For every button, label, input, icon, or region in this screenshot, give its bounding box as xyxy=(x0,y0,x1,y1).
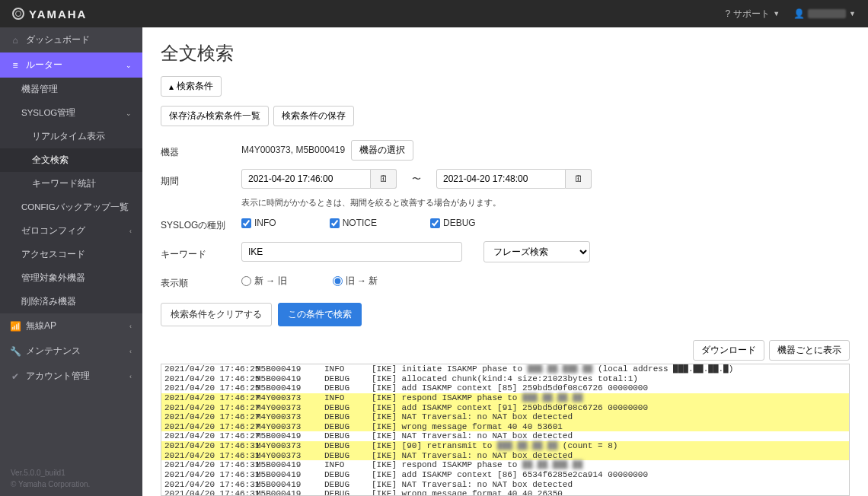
wrench-icon: 🔧 xyxy=(11,346,20,357)
chevron-left-icon: ‹ xyxy=(129,348,132,355)
chevron-left-icon: ‹ xyxy=(129,373,132,380)
sidebar-item-label: アカウント管理 xyxy=(26,370,90,383)
wifi-icon: 📶 xyxy=(11,321,20,332)
sidebar-item-maintenance[interactable]: 🔧 メンテナンス ‹ xyxy=(0,339,142,364)
log-row: 2021/04/20 17:46:31M5B000419DEBUG[IKE] a… xyxy=(161,470,849,480)
sidebar-item-router[interactable]: ≡ ルーター ⌄ xyxy=(0,52,142,78)
log-row: 2021/04/20 17:46:25M5B000419DEBUG[IKE] a… xyxy=(161,374,849,384)
sidebar-item-out-of-mgmt[interactable]: 管理対象外機器 xyxy=(0,266,142,290)
page-title: 全文検索 xyxy=(161,41,850,65)
radio-new-old-label: 新 → 旧 xyxy=(254,275,287,288)
period-from-input[interactable] xyxy=(241,169,371,189)
log-row: 2021/04/20 17:46:31M4Y000373DEBUG[IKE] N… xyxy=(161,451,849,461)
keyword-input[interactable] xyxy=(241,242,462,262)
sidebar-item-keyword-stats[interactable]: キーワード統計 xyxy=(0,172,142,196)
router-icon: ≡ xyxy=(11,60,20,71)
sidebar-item-label: SYSLOG管理 xyxy=(21,107,75,119)
sidebar-item-label: キーワード統計 xyxy=(32,178,96,189)
sidebar-item-deleted[interactable]: 削除済み機器 xyxy=(0,290,142,313)
search-button[interactable]: この条件で検索 xyxy=(278,303,362,326)
brand-text: YAMAHA xyxy=(29,8,87,21)
per-device-button[interactable]: 機器ごとに表示 xyxy=(769,340,850,361)
period-note: 表示に時間がかかるときは、期間を絞ると改善する場合があります。 xyxy=(241,197,501,208)
device-select-button[interactable]: 機器の選択 xyxy=(351,140,413,161)
radio-old-new-input[interactable] xyxy=(333,276,343,286)
sidebar-item-device-mgmt[interactable]: 機器管理 xyxy=(0,78,142,101)
sidebar-item-label: 削除済み機器 xyxy=(21,296,76,307)
sidebar-item-label: ダッシュボード xyxy=(26,33,90,46)
checkbox-notice-input[interactable] xyxy=(330,218,340,228)
sidebar-item-config-backup[interactable]: CONFIGバックアップ一覧 xyxy=(0,196,142,219)
sidebar-item-label: アクセスコード xyxy=(21,249,85,260)
sidebar-item-access-code[interactable]: アクセスコード xyxy=(0,243,142,266)
radio-new-old[interactable]: 新 → 旧 xyxy=(241,275,287,288)
calendar-to-button[interactable]: 🗓 xyxy=(566,169,592,189)
log-row: 2021/04/20 17:46:31M5B000419DEBUG[IKE] N… xyxy=(161,480,849,490)
radio-old-new-label: 旧 → 新 xyxy=(346,275,378,288)
checkbox-notice-label: NOTICE xyxy=(343,218,377,228)
chevron-down-icon: ⌄ xyxy=(126,62,132,69)
period-to-input[interactable] xyxy=(436,169,566,189)
label-keyword: キーワード xyxy=(161,243,241,261)
checkbox-debug-input[interactable] xyxy=(430,218,440,228)
topbar: YAMAHA ? サポート ▼ 👤 ▼ xyxy=(0,0,868,27)
saved-list-button[interactable]: 保存済み検索条件一覧 xyxy=(161,106,269,126)
log-row: 2021/04/20 17:46:31M5B000419INFO[IKE] re… xyxy=(161,460,849,470)
support-menu[interactable]: ? サポート ▼ xyxy=(725,8,780,21)
sidebar-footer: Ver.5.0.0_build1 © Yamaha Corporation. xyxy=(0,461,142,496)
chevron-left-icon: ‹ xyxy=(129,323,132,330)
search-mode-select[interactable]: フレーズ検索 xyxy=(483,241,590,262)
version-text: Ver.5.0.0_build1 xyxy=(11,467,132,479)
clear-button[interactable]: 検索条件をクリアする xyxy=(161,303,272,326)
sidebar-item-realtime[interactable]: リアルタイム表示 xyxy=(0,125,142,148)
brand: YAMAHA xyxy=(12,8,87,21)
user-icon: 👤 xyxy=(793,8,805,19)
log-row: 2021/04/20 17:46:27M4Y000373DEBUG[IKE] N… xyxy=(161,412,849,422)
chevron-down-icon: ▼ xyxy=(773,10,780,17)
toggle-label: 検索条件 xyxy=(177,80,213,93)
radio-old-new[interactable]: 旧 → 新 xyxy=(333,275,378,288)
help-icon: ? xyxy=(725,8,730,19)
log-row: 2021/04/20 17:46:27M5B000419DEBUG[IKE] N… xyxy=(161,431,849,441)
tilde: 〜 xyxy=(412,173,421,186)
sidebar-item-fulltext[interactable]: 全文検索 xyxy=(0,148,142,172)
user-name-blurred xyxy=(808,9,846,18)
radio-new-old-input[interactable] xyxy=(241,276,251,286)
calendar-from-button[interactable]: 🗓 xyxy=(371,169,397,189)
sidebar: ⌂ ダッシュボード ≡ ルーター ⌄ 機器管理 SYSLOG管理⌄ リアルタイム… xyxy=(0,27,142,496)
log-output[interactable]: 2021/04/20 17:46:25M5B000419INFO[IKE] in… xyxy=(161,364,850,496)
device-value: M4Y000373, M5B000419 xyxy=(241,145,345,155)
log-row: 2021/04/20 17:46:27M4Y000373DEBUG[IKE] w… xyxy=(161,422,849,432)
sidebar-item-syslog-mgmt[interactable]: SYSLOG管理⌄ xyxy=(0,101,142,125)
checkbox-info-label: INFO xyxy=(254,218,276,228)
support-label: サポート xyxy=(733,8,770,21)
checkbox-notice[interactable]: NOTICE xyxy=(330,218,377,228)
save-conditions-button[interactable]: 検索条件の保存 xyxy=(273,106,354,126)
sidebar-item-zeroconfig[interactable]: ゼロコンフィグ‹ xyxy=(0,219,142,243)
sidebar-item-label: ゼロコンフィグ xyxy=(21,225,85,237)
label-device: 機器 xyxy=(161,141,241,159)
sidebar-item-label: 全文検索 xyxy=(32,154,69,166)
chevron-up-icon: ▴ xyxy=(169,81,174,92)
checkbox-info-input[interactable] xyxy=(241,218,251,228)
log-row: 2021/04/20 17:46:27M4Y000373DEBUG[IKE] a… xyxy=(161,403,849,413)
sidebar-item-label: 無線AP xyxy=(26,320,56,332)
sidebar-item-label: リアルタイム表示 xyxy=(32,131,105,142)
copyright-text: © Yamaha Corporation. xyxy=(11,479,132,490)
checkbox-info[interactable]: INFO xyxy=(241,218,276,228)
user-menu[interactable]: 👤 ▼ xyxy=(793,8,856,19)
log-row: 2021/04/20 17:46:31M4Y000373DEBUG[IKE] [… xyxy=(161,441,849,451)
sidebar-item-label: メンテナンス xyxy=(26,345,81,358)
log-row: 2021/04/20 17:46:25M5B000419DEBUG[IKE] a… xyxy=(161,383,849,393)
download-button[interactable]: ダウンロード xyxy=(693,340,764,361)
sidebar-item-dashboard[interactable]: ⌂ ダッシュボード xyxy=(0,27,142,52)
sidebar-item-label: ルーター xyxy=(26,59,62,72)
log-row: 2021/04/20 17:46:31M5B000419DEBUG[IKE] w… xyxy=(161,489,849,496)
chevron-left-icon: ‹ xyxy=(129,227,132,235)
label-type: SYSLOGの種別 xyxy=(161,215,241,232)
brand-logo-icon xyxy=(12,8,24,20)
toggle-conditions-button[interactable]: ▴ 検索条件 xyxy=(161,76,222,97)
sidebar-item-ap[interactable]: 📶 無線AP ‹ xyxy=(0,313,142,339)
sidebar-item-account[interactable]: ✔ アカウント管理 ‹ xyxy=(0,364,142,389)
checkbox-debug[interactable]: DEBUG xyxy=(430,218,476,228)
